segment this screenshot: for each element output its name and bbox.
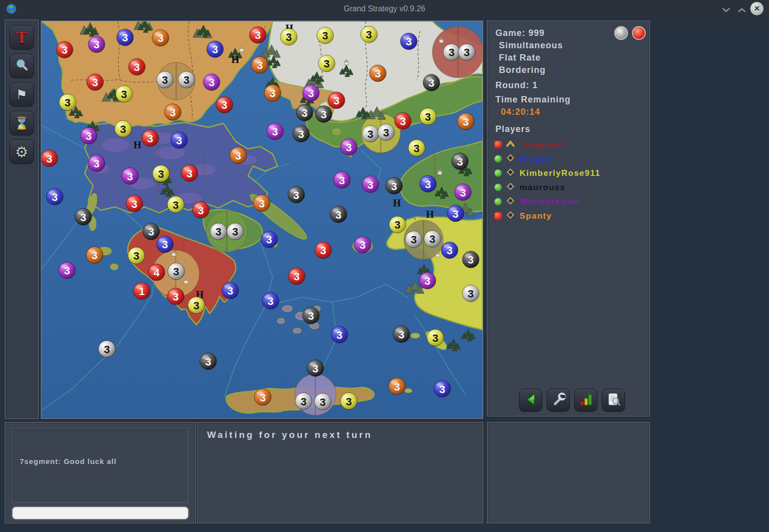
army-token[interactable]: 3 [419,175,436,192]
army-token[interactable]: 3 [419,272,436,289]
army-token[interactable]: 3 [192,201,209,218]
army-token[interactable]: 3 [328,92,345,109]
army-token[interactable]: 3 [253,195,270,211]
army-token[interactable]: 3 [142,130,159,146]
army-token[interactable]: 3 [230,147,246,164]
army-token[interactable]: 3 [408,139,425,156]
player-row[interactable]: WonderKiller [494,195,649,209]
army-token[interactable]: 4 [148,264,165,281]
army-token[interactable]: 3 [388,378,405,395]
army-token[interactable]: 3 [99,340,115,357]
army-token[interactable]: 1 [134,283,150,299]
army-token[interactable]: 3 [427,329,444,346]
army-token[interactable]: 3 [167,196,184,213]
army-token[interactable]: 3 [267,123,283,139]
army-token[interactable]: 3 [143,223,160,240]
army-token[interactable]: 3 [457,113,474,130]
army-token[interactable]: 3 [405,231,422,248]
army-token[interactable]: 3 [249,27,266,43]
chat-input[interactable] [12,507,188,519]
army-token[interactable]: 3 [222,282,239,299]
army-token[interactable]: 3 [354,236,371,253]
silver-led-button[interactable] [614,26,628,40]
army-token[interactable]: 3 [288,186,305,203]
army-token[interactable]: 3 [317,27,334,44]
army-token[interactable]: 3 [168,263,184,280]
army-token[interactable]: 3 [454,184,471,200]
army-token[interactable]: 3 [389,216,406,233]
army-token[interactable]: 3 [262,293,279,309]
text-tool-button[interactable]: T [9,25,34,50]
stats-button[interactable] [574,389,597,412]
army-token[interactable]: 3 [315,106,332,123]
settings-tool-button[interactable]: ⚙ [9,139,34,164]
army-token[interactable]: 3 [462,285,479,302]
army-token[interactable]: 3 [419,108,436,125]
army-token[interactable]: 3 [434,380,451,397]
army-token[interactable]: 3 [80,127,97,144]
army-token[interactable]: 3 [178,71,195,88]
army-token[interactable]: 3 [378,124,394,140]
army-token[interactable]: 3 [210,223,227,240]
maximize-icon[interactable] [737,6,746,15]
army-token[interactable]: 3 [41,150,58,166]
army-token[interactable]: 3 [296,104,313,121]
back-button[interactable] [519,389,542,412]
player-row[interactable]: maurouss [494,180,649,195]
player-row[interactable]: KimberlyRose911 [494,166,649,180]
army-token[interactable]: 3 [393,326,410,342]
player-row[interactable]: Dragon [494,152,649,166]
army-token[interactable]: 3 [181,165,198,181]
army-token[interactable]: 3 [452,153,468,169]
army-token[interactable]: 3 [361,26,378,43]
army-token[interactable]: 3 [293,125,310,142]
army-token[interactable]: 3 [394,113,411,130]
game-map[interactable]: HHHHHH 333333333333333333333333333333333… [41,21,483,418]
army-token[interactable]: 3 [362,176,379,193]
flag-tool-button[interactable]: ⚑ [9,82,34,107]
army-token[interactable]: 3 [303,85,319,101]
player-row[interactable]: 7segment [494,137,649,152]
log-button[interactable] [602,389,625,412]
army-token[interactable]: 3 [400,33,417,50]
army-token[interactable]: 3 [462,251,479,268]
red-led-button[interactable] [632,26,646,40]
army-token[interactable]: 3 [157,236,174,253]
army-token[interactable]: 3 [152,30,169,46]
minimize-icon[interactable] [722,6,731,15]
army-token[interactable]: 3 [75,208,92,225]
army-token[interactable]: 3 [227,223,244,240]
army-token[interactable]: 3 [207,41,223,58]
army-token[interactable]: 3 [188,297,205,314]
army-token[interactable]: 3 [315,242,332,259]
army-token[interactable]: 3 [86,247,103,264]
army-token[interactable]: 3 [303,307,319,324]
army-token[interactable]: 3 [88,36,105,53]
army-token[interactable]: 3 [341,393,357,409]
army-token[interactable]: 3 [330,206,347,223]
army-token[interactable]: 3 [385,177,402,194]
army-token[interactable]: 3 [116,86,133,102]
army-token[interactable]: 3 [164,104,181,121]
army-token[interactable]: 3 [203,74,220,91]
army-token[interactable]: 3 [251,57,268,73]
army-token[interactable]: 3 [331,326,348,343]
army-token[interactable]: 3 [441,242,458,259]
army-token[interactable]: 3 [424,231,441,247]
army-token[interactable]: 3 [129,59,145,75]
army-token[interactable]: 3 [88,155,105,171]
army-token[interactable]: 3 [280,29,297,45]
close-icon[interactable]: × [750,2,764,15]
army-token[interactable]: 3 [167,288,184,305]
army-token[interactable]: 3 [254,389,271,405]
player-row[interactable]: Spanty [494,209,649,223]
army-token[interactable]: 3 [200,353,216,369]
army-token[interactable]: 3 [126,195,143,212]
army-token[interactable]: 3 [87,74,104,91]
army-token[interactable]: 3 [458,44,475,61]
army-token[interactable]: 3 [315,393,331,410]
army-token[interactable]: 3 [264,85,281,101]
army-token[interactable]: 3 [128,247,145,264]
army-token[interactable]: 3 [341,138,357,155]
army-token[interactable]: 3 [423,74,440,91]
